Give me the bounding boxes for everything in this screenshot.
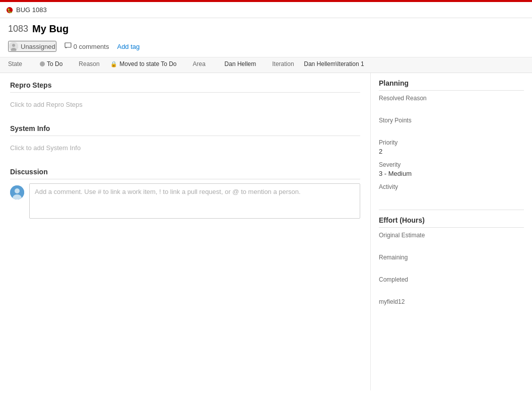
- svg-point-3: [12, 44, 15, 47]
- state-label: State: [8, 60, 36, 68]
- severity-label: Severity: [379, 161, 524, 168]
- priority-value[interactable]: 2: [379, 148, 524, 155]
- area-value[interactable]: Dan Hellem: [225, 60, 256, 68]
- state-value[interactable]: To Do: [40, 60, 62, 68]
- resolved-reason-label: Resolved Reason: [379, 95, 524, 102]
- comment-user-avatar: [10, 185, 24, 199]
- activity-field: Activity: [379, 183, 524, 199]
- reason-label: Reason: [79, 60, 106, 68]
- work-item-header: 1083 My Bug Unassigned 0 comments A: [0, 18, 532, 57]
- story-points-field: Story Points: [379, 117, 524, 133]
- unassigned-avatar: [9, 42, 18, 51]
- system-info-section: System Info Click to add System Info: [10, 124, 360, 156]
- activity-value[interactable]: [379, 192, 524, 199]
- fields-section: State To Do Reason 🔒 Moved to state To D…: [0, 57, 532, 73]
- repro-steps-input[interactable]: Click to add Repro Steps: [10, 97, 360, 112]
- work-item-title-row: 1083 My Bug: [8, 23, 524, 35]
- lock-icon: 🔒: [110, 61, 117, 68]
- repro-steps-title: Repro Steps: [10, 81, 360, 93]
- original-estimate-label: Original Estimate: [379, 232, 524, 239]
- svg-text:🐛: 🐛: [7, 7, 13, 13]
- original-estimate-field: Original Estimate: [379, 232, 524, 248]
- priority-label: Priority: [379, 139, 524, 146]
- state-dot: [40, 61, 45, 66]
- section-divider: [379, 210, 524, 210]
- myfield12-label: myfield12: [379, 298, 524, 305]
- remaining-value[interactable]: [379, 262, 524, 270]
- completed-field: Completed: [379, 276, 524, 292]
- title-bar-text: BUG 1083: [16, 6, 47, 14]
- remaining-field: Remaining: [379, 254, 524, 270]
- add-tag-button[interactable]: Add tag: [117, 43, 140, 50]
- right-panel: Planning Resolved Reason Story Points Pr…: [371, 73, 532, 390]
- severity-value[interactable]: 3 - Medium: [379, 170, 524, 177]
- iteration-field-group: Iteration Dan Hellem\Iteration 1: [272, 60, 364, 68]
- original-estimate-value[interactable]: [379, 240, 524, 248]
- effort-section: Effort (Hours) Original Estimate Remaini…: [379, 216, 524, 314]
- meta-row: Unassigned 0 comments Add tag: [8, 39, 524, 54]
- planning-title: Planning: [379, 79, 524, 91]
- reason-field-group: Reason 🔒 Moved to state To Do: [79, 60, 176, 68]
- completed-value[interactable]: [379, 285, 524, 292]
- activity-label: Activity: [379, 183, 524, 190]
- reason-value[interactable]: 🔒 Moved to state To Do: [110, 60, 176, 68]
- completed-label: Completed: [379, 276, 524, 283]
- myfield12-value[interactable]: [379, 307, 524, 314]
- repro-steps-section: Repro Steps Click to add Repro Steps: [10, 81, 360, 112]
- comments-button[interactable]: 0 comments: [64, 42, 109, 51]
- comment-input[interactable]: Add a comment. Use # to link a work item…: [29, 183, 360, 219]
- work-item-name[interactable]: My Bug: [32, 23, 69, 35]
- area-field-group: Area Dan Hellem: [193, 60, 256, 68]
- priority-field: Priority 2: [379, 139, 524, 155]
- work-item-id: 1083: [8, 24, 28, 34]
- comment-icon: [64, 42, 72, 51]
- bug-icon: 🐛: [6, 7, 13, 14]
- comment-input-area: Add a comment. Use # to link a work item…: [10, 183, 360, 219]
- comments-count: 0 comments: [74, 43, 109, 50]
- state-field-group: State To Do: [8, 60, 62, 68]
- resolved-reason-value[interactable]: [379, 103, 524, 111]
- system-info-title: System Info: [10, 124, 360, 136]
- effort-title: Effort (Hours): [379, 216, 524, 228]
- area-label: Area: [193, 60, 221, 68]
- remaining-label: Remaining: [379, 254, 524, 261]
- svg-point-7: [15, 188, 20, 193]
- severity-field: Severity 3 - Medium: [379, 161, 524, 177]
- main-content: Repro Steps Click to add Repro Steps Sys…: [0, 73, 532, 390]
- system-info-input[interactable]: Click to add System Info: [10, 140, 360, 156]
- title-bar: 🐛 BUG 1083: [0, 2, 532, 18]
- iteration-label: Iteration: [272, 60, 300, 68]
- assigned-user-button[interactable]: Unassigned: [8, 41, 56, 52]
- left-panel: Repro Steps Click to add Repro Steps Sys…: [0, 73, 371, 390]
- planning-section: Planning Resolved Reason Story Points Pr…: [379, 79, 524, 199]
- iteration-value[interactable]: Dan Hellem\Iteration 1: [304, 60, 364, 68]
- assigned-user-label: Unassigned: [21, 43, 55, 50]
- discussion-title: Discussion: [10, 168, 360, 179]
- story-points-value[interactable]: [379, 125, 524, 133]
- resolved-reason-field: Resolved Reason: [379, 95, 524, 111]
- svg-rect-5: [65, 43, 71, 47]
- discussion-section: Discussion Add a comment. Use # to link …: [10, 168, 360, 219]
- story-points-label: Story Points: [379, 117, 524, 124]
- myfield12-field: myfield12: [379, 298, 524, 314]
